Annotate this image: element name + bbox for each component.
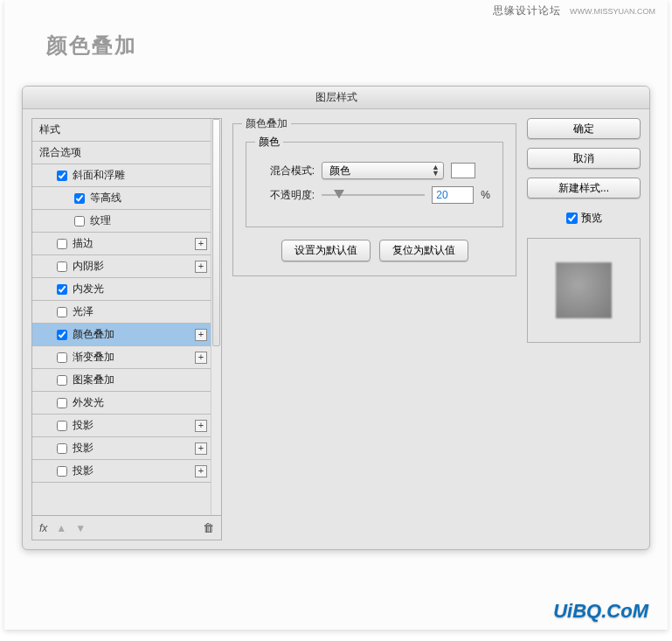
checkbox[interactable] — [57, 375, 67, 386]
arrow-up-icon[interactable]: ▲ — [56, 522, 66, 534]
blend-mode-label: 混合模式: — [259, 164, 315, 178]
checkbox[interactable] — [57, 398, 67, 408]
style-inner-glow[interactable]: 内发光 — [32, 278, 221, 301]
checkbox[interactable] — [57, 421, 67, 431]
checkbox[interactable] — [57, 330, 67, 340]
style-satin[interactable]: 光泽 — [32, 301, 221, 324]
style-contour[interactable]: 等高线 — [32, 187, 221, 210]
checkbox[interactable] — [74, 216, 85, 226]
preview-checkbox-row: 预览 — [527, 211, 641, 226]
checkbox[interactable] — [57, 261, 67, 272]
style-drop-shadow-1[interactable]: 投影+ — [32, 415, 221, 437]
bottom-watermark: UiBQ.CoM — [553, 600, 648, 623]
checkbox[interactable] — [57, 239, 67, 249]
color-subgroup: 颜色 混合模式: 颜色 ▲▼ 不透明度: — [246, 142, 503, 227]
preview-thumbnail — [556, 262, 612, 318]
dialog-actions: 确定 取消 新建样式... 预览 — [527, 118, 641, 540]
plus-icon[interactable]: + — [195, 420, 207, 432]
layer-style-dialog: 图层样式 样式 混合选项 斜面和浮雕 等高线 纹理 描边+ 内阴影+ 内发光 光… — [22, 86, 650, 550]
set-default-button[interactable]: 设置为默认值 — [281, 240, 371, 261]
opacity-label: 不透明度: — [259, 188, 315, 203]
blend-options-row[interactable]: 混合选项 — [32, 142, 221, 164]
scroll-thumb[interactable] — [212, 119, 220, 346]
style-stroke[interactable]: 描边+ — [32, 233, 221, 255]
plus-icon[interactable]: + — [195, 329, 207, 341]
checkbox[interactable] — [74, 193, 85, 204]
style-gradient-overlay[interactable]: 渐变叠加+ — [32, 346, 221, 369]
select-arrows-icon: ▲▼ — [432, 164, 440, 177]
arrow-down-icon[interactable]: ▼ — [75, 522, 86, 534]
subgroup-title: 颜色 — [255, 135, 283, 150]
dialog-title: 图层样式 — [23, 87, 649, 109]
preview-label: 预览 — [581, 211, 602, 226]
fx-icon[interactable]: fx — [39, 522, 47, 534]
trash-icon[interactable]: 🗑 — [203, 521, 214, 534]
plus-icon[interactable]: + — [195, 442, 207, 455]
checkbox[interactable] — [57, 284, 67, 295]
style-drop-shadow-2[interactable]: 投影+ — [32, 437, 221, 460]
color-overlay-group: 颜色叠加 颜色 混合模式: 颜色 ▲▼ 不透明度: — [232, 123, 516, 276]
ok-button[interactable]: 确定 — [527, 118, 641, 139]
plus-icon[interactable]: + — [195, 238, 207, 250]
watermark-main: 思缘设计论坛 — [493, 4, 561, 17]
blend-mode-select[interactable]: 颜色 ▲▼ — [322, 162, 444, 179]
style-outer-glow[interactable]: 外发光 — [32, 392, 221, 415]
preview-box — [527, 238, 641, 343]
group-title: 颜色叠加 — [242, 116, 291, 131]
scrollbar[interactable] — [211, 119, 221, 515]
plus-icon[interactable]: + — [195, 261, 207, 273]
checkbox[interactable] — [57, 171, 67, 181]
plus-icon[interactable]: + — [195, 465, 207, 477]
style-texture[interactable]: 纹理 — [32, 210, 221, 233]
preview-checkbox[interactable] — [566, 213, 578, 224]
style-inner-shadow[interactable]: 内阴影+ — [32, 255, 221, 278]
checkbox[interactable] — [57, 307, 67, 317]
style-bevel-emboss[interactable]: 斜面和浮雕 — [32, 164, 221, 187]
color-swatch[interactable] — [451, 163, 475, 178]
style-pattern-overlay[interactable]: 图案叠加 — [32, 369, 221, 392]
plus-icon[interactable]: + — [195, 352, 207, 364]
checkbox[interactable] — [57, 443, 67, 454]
styles-header[interactable]: 样式 — [32, 119, 221, 142]
slider-thumb[interactable] — [334, 190, 344, 199]
checkbox[interactable] — [57, 352, 67, 363]
style-drop-shadow-3[interactable]: 投影+ — [32, 460, 221, 483]
watermark-sub: WWW.MISSYUAN.COM — [570, 7, 655, 16]
opacity-slider[interactable] — [322, 189, 425, 201]
styles-list: 样式 混合选项 斜面和浮雕 等高线 纹理 描边+ 内阴影+ 内发光 光泽 颜色叠… — [31, 118, 222, 516]
opacity-unit: % — [481, 189, 490, 201]
forum-watermark: 思缘设计论坛 WWW.MISSYUAN.COM — [493, 3, 655, 18]
opacity-input[interactable] — [432, 186, 474, 204]
cancel-button[interactable]: 取消 — [527, 148, 641, 169]
style-color-overlay[interactable]: 颜色叠加+ — [32, 324, 221, 346]
styles-footer: fx ▲ ▼ 🗑 — [31, 516, 222, 540]
checkbox[interactable] — [57, 466, 67, 477]
reset-default-button[interactable]: 复位为默认值 — [379, 240, 468, 261]
options-panel: 颜色叠加 颜色 混合模式: 颜色 ▲▼ 不透明度: — [232, 118, 516, 540]
styles-column: 样式 混合选项 斜面和浮雕 等高线 纹理 描边+ 内阴影+ 内发光 光泽 颜色叠… — [31, 118, 222, 540]
new-style-button[interactable]: 新建样式... — [527, 178, 641, 199]
